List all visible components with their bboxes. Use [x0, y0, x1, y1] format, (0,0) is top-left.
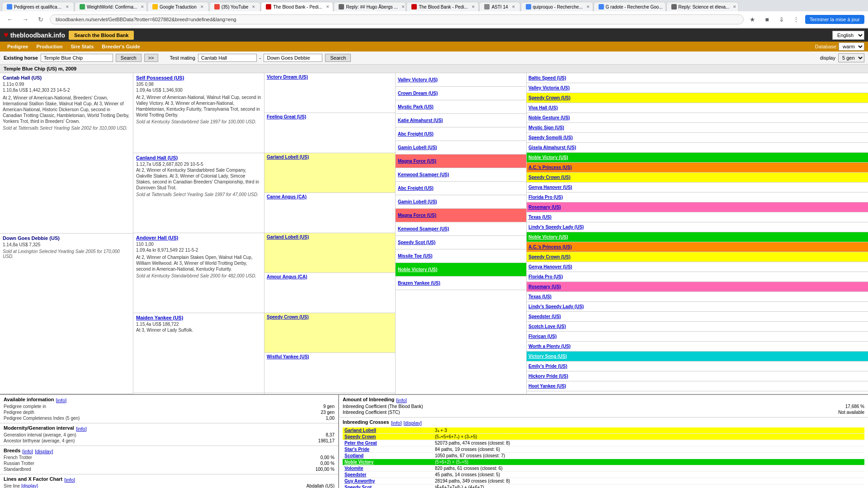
gen5-name-30[interactable]: Hickory Pride (US)	[528, 374, 568, 379]
gen4-name-7[interactable]: Kenwood Scamper (US)	[398, 172, 449, 177]
gen5-name-26[interactable]: Florican (US)	[528, 334, 557, 339]
extension-icon[interactable]: ■	[761, 13, 774, 26]
db-select[interactable]: warm	[839, 42, 864, 51]
gen1-dam-name[interactable]: Down Goes Debbie (US)	[3, 235, 130, 241]
gen4-name-14[interactable]: Noble Victory (US)	[398, 267, 438, 272]
arrow-button[interactable]: >>	[144, 54, 158, 62]
nav-production[interactable]: Production	[33, 42, 66, 51]
test-search-button[interactable]: Search	[325, 54, 351, 62]
gen5-name-5[interactable]: Mystic Sign (US)	[528, 125, 564, 130]
breeds-info-link[interactable]: [info]	[22, 449, 33, 454]
gen4-name-2[interactable]: Mystic Park (US)	[398, 104, 434, 109]
gen5-name-3[interactable]: Viva Hall (US)	[528, 105, 558, 110]
cross-name-8[interactable]: Guy Axworthy	[343, 478, 433, 484]
gen3-name-0[interactable]: Victory Dream (US)	[267, 75, 393, 80]
gen5-name-25[interactable]: Scotch Love (US)	[528, 324, 566, 329]
back-button[interactable]: ←	[4, 13, 16, 26]
language-select[interactable]: English	[832, 31, 864, 40]
tab-google-traduction[interactable]: Google Traduction✕	[147, 2, 209, 11]
gen4-name-12[interactable]: Speedy Scot (US)	[398, 240, 435, 245]
display-select[interactable]: 5 gen	[838, 53, 864, 62]
gen4-name-10[interactable]: Magna Force (US)	[398, 213, 436, 218]
gen5-name-14[interactable]: Texas (US)	[528, 215, 552, 220]
gen5-name-2[interactable]: Speedy Crown (US)	[528, 95, 571, 100]
gen2-name-1[interactable]: Canland Hall (US)	[136, 155, 261, 160]
tab-youtube[interactable]: (35) YouTube✕	[209, 2, 261, 11]
gen4-name-5[interactable]: Gamin Lobell (US)	[398, 145, 437, 150]
crosses-display-link[interactable]: [display]	[404, 420, 422, 426]
cross-name-5[interactable]: Noble Victory	[343, 459, 433, 465]
gen4-name-11[interactable]: Kenwood Scamper (US)	[398, 226, 449, 231]
breeds-display-link[interactable]: [display]	[35, 449, 53, 454]
gen5-name-7[interactable]: Gisela Almahurst (US)	[528, 145, 576, 150]
nav-pedigree[interactable]: Pedigree	[4, 42, 32, 51]
tab-weightworld[interactable]: WeightWorld: Confirma...✕	[75, 2, 147, 11]
gen5-name-8[interactable]: Noble Victory (US)	[528, 155, 568, 160]
inbreeding-amount-link[interactable]: [info]	[396, 398, 407, 403]
cross-name-1[interactable]: Speedy Crown	[343, 434, 433, 440]
gen4-name-0[interactable]: Valley Victory (US)	[398, 77, 438, 82]
gen4-name-8[interactable]: Abc Freight (US)	[398, 186, 434, 191]
gen5-name-0[interactable]: Baltic Speed (US)	[528, 75, 566, 80]
gen5-name-15[interactable]: Lindy's Speedy Lady (US)	[528, 225, 584, 230]
modernity-link[interactable]: [info]	[76, 426, 87, 432]
gen4-name-15[interactable]: Brazen Yankee (US)	[398, 281, 440, 286]
gen3-name-4[interactable]: Garland Lobell (US)	[267, 235, 393, 239]
forward-button[interactable]: →	[19, 13, 32, 26]
gen5-name-27[interactable]: Worth a Plenty (US)	[528, 344, 571, 349]
address-bar[interactable]	[50, 14, 744, 24]
tab-quiproquo[interactable]: quiproquo - Recherche...✕	[521, 2, 593, 11]
cross-name-7[interactable]: Speedster	[343, 472, 433, 478]
tab-science[interactable]: Reply: Science et éleva...✕	[666, 2, 739, 11]
available-info-link[interactable]: [info]	[56, 398, 66, 403]
gen5-name-13[interactable]: Rosemary (US)	[528, 205, 561, 210]
tab-hugo[interactable]: Reply: ## Hugo Åbergs ...✕	[334, 2, 406, 11]
search-button[interactable]: Search	[116, 54, 142, 62]
gen2-name-3[interactable]: Maiden Yankee (US)	[136, 315, 261, 320]
download-icon[interactable]: ⇓	[775, 13, 788, 26]
gen1-sire-name[interactable]: Cantab Hall (US)	[3, 75, 130, 80]
nav-breeders-guide[interactable]: Breeder's Guide	[98, 42, 144, 51]
cross-name-3[interactable]: Star's Pride	[343, 446, 433, 453]
tab-bloodbank2[interactable]: The Blood Bank - Pedi...✕	[406, 2, 479, 11]
gen5-name-11[interactable]: Genya Hanover (US)	[528, 185, 572, 190]
gen5-name-10[interactable]: Speedy Crown (US)	[528, 175, 571, 180]
cross-name-2[interactable]: Peter the Great	[343, 440, 433, 446]
gen5-name-23[interactable]: Lindy's Speedy Lady (US)	[528, 304, 584, 309]
reload-button[interactable]: ↻	[34, 13, 47, 26]
gen5-name-29[interactable]: Emily's Pride (US)	[528, 364, 567, 369]
sire-input[interactable]	[198, 54, 257, 62]
gen4-name-9[interactable]: Gamin Lobell (US)	[398, 199, 437, 204]
gen5-name-4[interactable]: Noble Gesture (US)	[528, 115, 570, 120]
search-blood-bank-button[interactable]: Search the Blood Bank	[69, 31, 134, 40]
gen5-name-18[interactable]: Speedy Crown (US)	[528, 254, 571, 259]
existing-horse-input[interactable]	[41, 54, 113, 62]
gen5-name-19[interactable]: Genya Hanover (US)	[528, 264, 572, 269]
tab-radote[interactable]: G radote - Recherche Goo...✕	[594, 2, 666, 11]
gen4-name-4[interactable]: Abc Freight (US)	[398, 131, 434, 136]
gen2-name-2[interactable]: Andover Hall (US)	[136, 235, 261, 240]
gen5-name-9[interactable]: A.C.'s Princess (US)	[528, 165, 572, 170]
gen3-name-2[interactable]: Garland Lobell (US)	[267, 155, 393, 160]
settings-icon[interactable]: ⋮	[790, 13, 802, 26]
gen4-name-3[interactable]: Katie Almahurst (US)	[398, 118, 443, 123]
gen5-name-16[interactable]: Noble Victory (US)	[528, 235, 568, 239]
gen4-name-1[interactable]: Crown Dream (US)	[398, 91, 438, 96]
gen5-name-31[interactable]: Hoot Yankee (US)	[528, 384, 566, 389]
gen5-name-1[interactable]: Valley Victoria (US)	[528, 85, 570, 90]
bookmark-star-icon[interactable]: ★	[746, 13, 759, 26]
lines-sire-display-link[interactable]: [display]	[21, 483, 38, 488]
cross-name-6[interactable]: Volomite	[343, 465, 433, 472]
gen5-name-20[interactable]: Florida Pro (US)	[528, 274, 563, 279]
dam-input[interactable]	[264, 54, 322, 62]
gen5-name-17[interactable]: A.C.'s Princess (US)	[528, 244, 572, 249]
gen5-name-24[interactable]: Speedster (US)	[528, 314, 561, 319]
crosses-info-link[interactable]: [info]	[391, 420, 402, 426]
update-button[interactable]: Terminer la mise à jour	[805, 15, 864, 24]
gen3-name-1[interactable]: Feeling Great (US)	[267, 114, 393, 119]
cross-name-0[interactable]: Garland Lobell	[343, 427, 433, 434]
tab-pedigrees[interactable]: Pedigrees et qualificati...✕	[2, 2, 74, 11]
gen5-name-22[interactable]: Texas (US)	[528, 294, 552, 299]
cross-name-9[interactable]: Speedy Scot	[343, 484, 433, 488]
gen2-name-0[interactable]: Self Possessed (US)	[136, 75, 261, 80]
